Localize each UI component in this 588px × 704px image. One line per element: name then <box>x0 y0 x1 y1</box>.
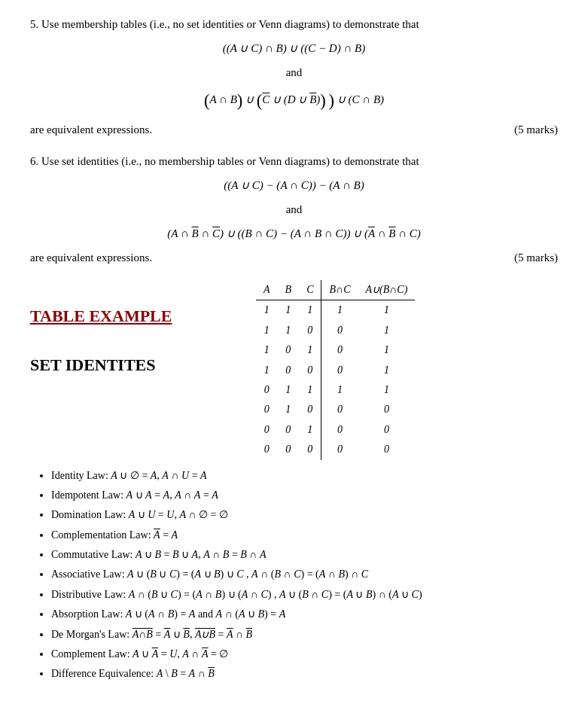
table-cell: 1 <box>278 321 300 340</box>
table-row: 11111 <box>256 300 415 321</box>
table-cell: 1 <box>358 300 415 321</box>
identities-list: Identity Law: A ∪ ∅ = A, A ∩ U = AIdempo… <box>51 468 558 683</box>
identity-item: Associative Law: A ∪ (B ∪ C) = (A ∪ B) ∪… <box>51 566 558 583</box>
table-cell: 1 <box>358 380 415 400</box>
q6-text: Use set identities (i.e., no membership … <box>41 155 419 167</box>
table-cell: 1 <box>299 340 321 360</box>
table-cell: 0 <box>299 321 321 340</box>
q6-equivalent: are equivalent expressions. (5 marks) <box>30 248 558 267</box>
table-row: 00100 <box>256 420 415 440</box>
identity-item: Complement Law: A ∪ A = U, A ∩ A = ∅ <box>51 646 558 663</box>
identity-item: Domination Law: A ∪ U = U, A ∩ ∅ = ∅ <box>51 507 558 523</box>
q6-expr1: ((A ∪ C) − (A ∩ C)) − (A ∩ B) <box>30 176 558 194</box>
table-cell: 0 <box>358 440 415 459</box>
table-row: 10001 <box>256 361 415 380</box>
table-cell: 1 <box>256 321 278 340</box>
table-cell: 1 <box>278 380 300 400</box>
q5-expr2: (A ∩ B) ∪ (C ∪ (D ∪ B)) ) ∪ (C ∩ B) <box>30 87 558 114</box>
table-cell: 1 <box>358 361 415 380</box>
table-cell: 0 <box>278 361 300 380</box>
set-identities-label: SET IDENTITES <box>30 352 241 378</box>
table-cell: 1 <box>299 300 321 321</box>
table-cell: 0 <box>321 361 358 380</box>
table-cell: 0 <box>358 420 415 440</box>
table-cell: 1 <box>358 321 415 340</box>
table-row: 10101 <box>256 340 415 360</box>
table-cell: 1 <box>358 340 415 360</box>
table-cell: 0 <box>299 361 321 380</box>
table-cell: 1 <box>278 300 300 321</box>
table-cell: 1 <box>278 400 300 419</box>
table-cell: 0 <box>321 420 358 440</box>
table-cell: 1 <box>321 300 358 321</box>
table-cell: 0 <box>278 440 300 459</box>
q6-number: 6. <box>30 155 38 167</box>
table-cell: 1 <box>256 300 278 321</box>
question-6: 6. Use set identities (i.e., no membersh… <box>30 152 558 267</box>
identity-item: Identity Law: A ∪ ∅ = A, A ∩ U = A <box>51 468 558 484</box>
table-cell: 1 <box>321 380 358 400</box>
table-row: 01111 <box>256 380 415 400</box>
table-row: 11001 <box>256 321 415 340</box>
table-example-label: TABLE EXAMPLE <box>30 303 241 329</box>
question-5: 5. Use membership tables (i.e., no set i… <box>30 15 558 139</box>
identity-item: Distributive Law: A ∩ (B ∪ C) = (A ∩ B) … <box>51 587 558 603</box>
table-cell: 0 <box>321 321 358 340</box>
table-cell: 0 <box>256 400 278 419</box>
q5-equiv-text: are equivalent expressions. <box>30 120 152 139</box>
q6-expr2: (A ∩ B ∩ C) ∪ ((B ∩ C) − (A ∩ B ∩ C)) ∪ … <box>30 224 558 242</box>
col-b: B <box>278 280 300 300</box>
table-cell: 0 <box>299 400 321 419</box>
label-column: TABLE EXAMPLE SET IDENTITES <box>30 280 241 378</box>
table-cell: 0 <box>256 440 278 459</box>
identity-item: Absorption Law: A ∪ (A ∩ B) = A and A ∩ … <box>51 606 558 623</box>
q5-number: 5. <box>30 18 38 30</box>
q5-header: 5. Use membership tables (i.e., no set i… <box>30 15 558 33</box>
q5-and: and <box>30 63 558 81</box>
table-cell: 0 <box>278 340 300 360</box>
table-cell: 0 <box>321 440 358 459</box>
table-cell: 0 <box>321 400 358 419</box>
identity-item: Complementation Law: A = A <box>51 527 558 544</box>
q5-expr1: ((A ∪ C) ∩ B) ∪ ((C − D) ∩ B) <box>30 39 558 57</box>
table-cell: 1 <box>256 361 278 380</box>
q5-marks: (5 marks) <box>514 120 558 139</box>
table-header-row: A B C B∩C A∪(B∩C) <box>256 280 415 300</box>
q6-header: 6. Use set identities (i.e., no membersh… <box>30 152 558 170</box>
table-cell: 0 <box>256 420 278 440</box>
col-bnc: B∩C <box>321 280 358 300</box>
col-c: C <box>299 280 321 300</box>
q6-marks: (5 marks) <box>514 248 558 267</box>
identity-item: De Morgan's Law: A∩B = A ∪ B, A∪B = A ∩ … <box>51 626 558 643</box>
q5-equivalent: are equivalent expressions. (5 marks) <box>30 120 558 139</box>
table-cell: 0 <box>278 420 300 440</box>
table-row: 01000 <box>256 400 415 419</box>
table-section: TABLE EXAMPLE SET IDENTITES A B C B∩C A∪… <box>30 280 558 460</box>
table-cell: 1 <box>299 380 321 400</box>
q6-and: and <box>30 200 558 218</box>
col-a: A <box>256 280 278 300</box>
membership-table: A B C B∩C A∪(B∩C) 1111111001101011000101… <box>256 280 415 460</box>
table-cell: 0 <box>358 400 415 419</box>
table-row: 00000 <box>256 440 415 459</box>
table-cell: 1 <box>256 340 278 360</box>
table-cell: 0 <box>256 380 278 400</box>
table-cell: 0 <box>299 440 321 459</box>
col-aubinc: A∪(B∩C) <box>358 280 415 300</box>
identity-item: Commutative Law: A ∪ B = B ∪ A, A ∩ B = … <box>51 547 558 563</box>
table-cell: 1 <box>299 420 321 440</box>
identity-item: Difference Equivalence: A \ B = A ∩ B <box>51 666 558 682</box>
table-cell: 0 <box>321 340 358 360</box>
q5-text: Use membership tables (i.e., no set iden… <box>41 18 419 30</box>
identity-item: Idempotent Law: A ∪ A = A, A ∩ A = A <box>51 487 558 504</box>
q6-equiv-text: are equivalent expressions. <box>30 248 152 267</box>
